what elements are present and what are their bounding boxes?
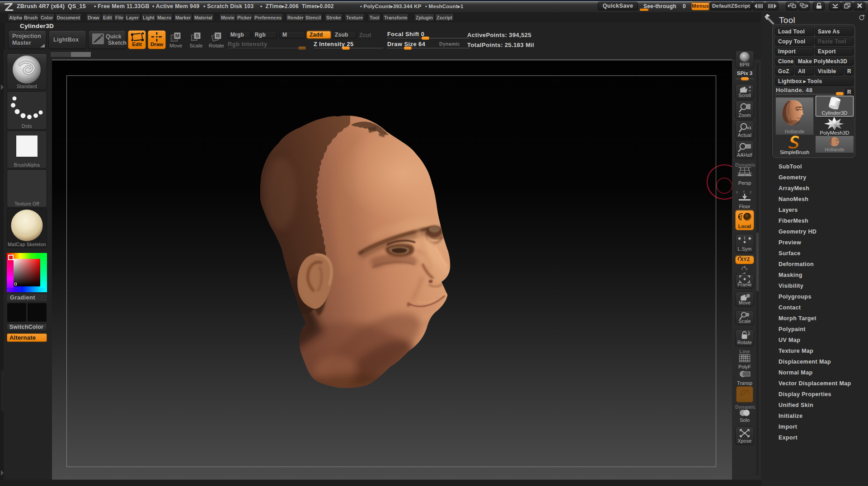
- svg-text:x1: x1: [747, 126, 751, 130]
- svg-text:XYZ: XYZ: [740, 257, 750, 262]
- svg-text:Y: Y: [745, 267, 748, 271]
- svg-text:M: M: [175, 33, 179, 38]
- svg-text:R: R: [216, 33, 220, 38]
- svg-text:S: S: [196, 33, 199, 38]
